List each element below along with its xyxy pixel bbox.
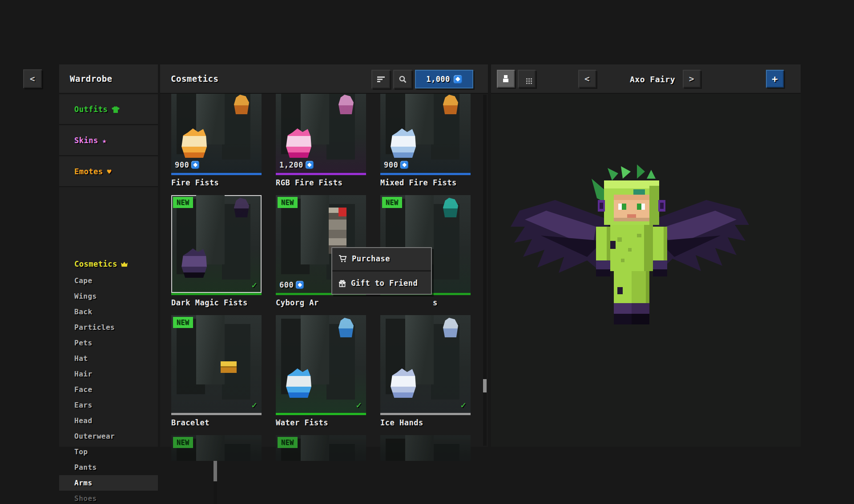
character-preview-panel: < Axo Fairy > + (491, 64, 801, 447)
search-button[interactable] (393, 70, 412, 88)
card-label: Fire Fists (171, 177, 262, 188)
chevron-left-icon: < (30, 75, 35, 83)
catalog-scrollbar-thumb[interactable] (483, 379, 487, 392)
card-label (171, 465, 262, 476)
cosmetic-art-front (390, 128, 416, 158)
sidebar-subitem-pets[interactable]: Pets (59, 335, 158, 351)
grid-icon (526, 78, 528, 80)
onesie-body (596, 225, 667, 276)
catalog-card[interactable]: NEW ✓ Dark Magic Fists (171, 195, 262, 308)
owned-check-icon: ✓ (460, 400, 466, 410)
sidebar-subitem-outerwear[interactable]: Outerwear (59, 428, 158, 444)
price-tag: 1,200 (279, 160, 314, 169)
card-label: Water Fists (276, 417, 366, 428)
catalog-card[interactable]: NEW (171, 435, 262, 476)
card-image: NEW ✓ (171, 315, 262, 413)
sort-button[interactable] (371, 70, 390, 88)
card-label: Dark Magic Fists (171, 297, 262, 308)
person-icon (503, 75, 508, 82)
coin-icon (454, 75, 462, 84)
cosmetic-art-accent (338, 208, 346, 216)
context-menu-gift[interactable]: Gift to Friend (331, 272, 432, 295)
catalog-title: Cosmetics (160, 74, 218, 84)
new-badge: NEW (173, 197, 193, 208)
new-badge: NEW (173, 437, 193, 448)
star-icon: ★ (102, 136, 107, 145)
character-face (614, 195, 649, 221)
catalog-card[interactable]: ✓ Ice Hands (380, 315, 471, 428)
sidebar-subitem-shoes[interactable]: Shoes (59, 491, 158, 504)
sidebar-subitem-arms[interactable]: Arms (59, 475, 158, 491)
next-skin-button[interactable]: > (683, 70, 701, 88)
cosmetic-art-accent (221, 361, 237, 373)
emotes-label: Emotes (74, 167, 103, 176)
coin-icon (306, 161, 314, 169)
coin-icon (400, 161, 408, 169)
cart-icon (338, 255, 347, 263)
sidebar-item-cosmetics[interactable]: Cosmetics (59, 249, 158, 273)
view-person-button[interactable] (497, 70, 515, 88)
cosmetic-art-front (286, 128, 311, 158)
catalog-panel: Cosmetics 1,000 900 (160, 64, 488, 447)
sidebar-item-outfits[interactable]: Outfits (59, 95, 158, 125)
outfits-label: Outfits (74, 105, 108, 114)
catalog-card[interactable]: 900 Mixed Fire Fists (380, 94, 471, 188)
search-icon (399, 76, 407, 83)
catalog-card[interactable]: 1,200 RGB Fire Fists (276, 94, 366, 188)
balance-amount: 1,000 (426, 75, 450, 84)
catalog-scrollbar-track[interactable] (483, 95, 487, 446)
skin-name-label: Axo Fairy (630, 75, 675, 84)
rarity-bar (380, 461, 471, 463)
character-canvas[interactable] (504, 164, 753, 360)
view-grid-button[interactable] (518, 70, 536, 88)
new-badge: NEW (382, 197, 402, 208)
sidebar-subitem-face[interactable]: Face (59, 382, 158, 397)
catalog-card[interactable] (380, 435, 471, 476)
cosmetic-art-front (181, 248, 207, 278)
catalog-card[interactable]: ✓ Water Fists (276, 315, 366, 428)
catalog-card[interactable]: 900 Fire Fists (171, 94, 262, 188)
owned-check-icon: ✓ (356, 400, 362, 410)
sidebar-subitem-top[interactable]: Top (59, 444, 158, 460)
catalog-card[interactable]: NEW ✓ Bracelet (171, 315, 262, 428)
sidebar-item-emotes[interactable]: Emotes ♥ (59, 157, 158, 187)
add-skin-button[interactable]: + (766, 70, 784, 88)
onesie-legs (614, 271, 649, 324)
sidebar-subitem-pants[interactable]: Pants (59, 460, 158, 475)
sidebar-subitem-hat[interactable]: Hat (59, 351, 158, 366)
card-label: Bracelet (171, 417, 262, 428)
rarity-bar (276, 461, 366, 463)
purchase-label: Purchase (352, 254, 390, 263)
sidebar-subitem-wings[interactable]: Wings (59, 288, 158, 304)
cosmetic-art-back (443, 198, 458, 217)
sidebar-item-skins[interactable]: Skins ★ (59, 126, 158, 156)
context-menu-purchase[interactable]: Purchase (331, 247, 432, 270)
price-tag: 900 (384, 160, 408, 169)
price-value: 600 (279, 280, 294, 289)
sort-icon (377, 76, 385, 82)
sidebar-subitem-cape[interactable]: Cape (59, 273, 158, 288)
price-value: 900 (384, 160, 398, 169)
sidebar-header: Wardrobe (59, 64, 158, 94)
previous-skin-button[interactable]: < (578, 70, 596, 88)
rarity-bar (380, 413, 471, 415)
cosmetic-art-back (443, 318, 458, 337)
sidebar-subitem-hair[interactable]: Hair (59, 366, 158, 382)
sidebar-subitem-ears[interactable]: Ears (59, 397, 158, 413)
new-badge: NEW (278, 197, 298, 208)
card-image: ✓ (380, 315, 471, 413)
sidebar-subitem-head[interactable]: Head (59, 413, 158, 428)
sidebar-subitem-back[interactable]: Back (59, 304, 158, 320)
catalog-card[interactable]: NEW (276, 435, 366, 476)
rarity-bar (276, 413, 366, 415)
balance-button[interactable]: 1,000 (415, 70, 473, 88)
crown-icon (121, 262, 128, 267)
card-label: RGB Fire Fists (276, 177, 366, 188)
gift-icon (338, 280, 346, 287)
sidebar-subitem-particles[interactable]: Particles (59, 320, 158, 335)
gift-label: Gift to Friend (351, 279, 418, 288)
item-context-menu: Purchase Gift to Friend (331, 247, 432, 295)
rarity-bar (380, 173, 471, 175)
wardrobe-sidebar: Wardrobe Outfits Skins ★ Emotes ♥ Cosmet… (59, 64, 158, 447)
back-button[interactable]: < (23, 69, 42, 88)
